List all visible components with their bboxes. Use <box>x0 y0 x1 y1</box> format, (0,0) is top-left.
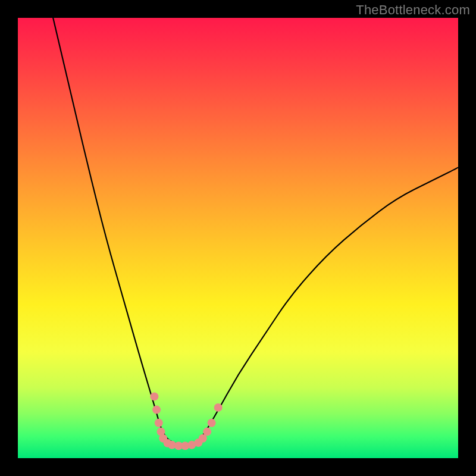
bottleneck-curve-path <box>53 18 458 445</box>
curve-marker <box>150 392 158 400</box>
curve-marker <box>155 419 163 427</box>
curve-marker <box>208 419 216 427</box>
bottleneck-curve-svg <box>18 18 458 458</box>
chart-frame: TheBottleneck.com <box>0 0 476 476</box>
curve-marker <box>203 428 211 436</box>
plot-area <box>18 18 458 458</box>
watermark-text: TheBottleneck.com <box>356 2 470 18</box>
curve-marker <box>152 406 161 414</box>
curve-markers <box>150 392 222 450</box>
curve-marker <box>214 403 223 412</box>
